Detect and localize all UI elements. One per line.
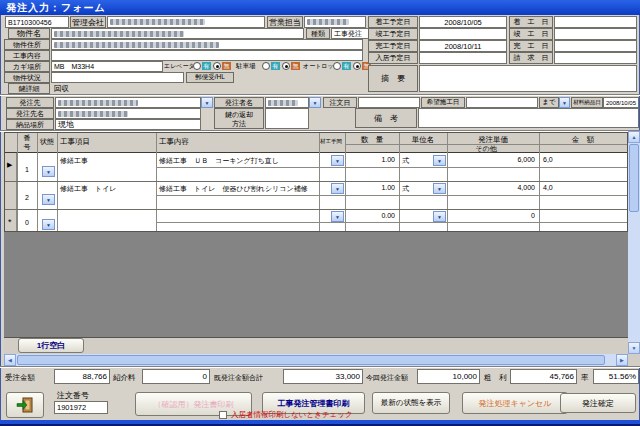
order-id-field[interactable]: B1710300456 bbox=[5, 16, 69, 28]
unit-cell[interactable]: 式 bbox=[402, 156, 409, 166]
key-return-label-line1: 鍵の返却 bbox=[225, 110, 253, 119]
work-item-cell[interactable]: 修繕工事 bbox=[60, 156, 88, 166]
qty-cell[interactable]: 1.00 bbox=[347, 184, 395, 191]
autolock-no-radio[interactable] bbox=[353, 62, 361, 70]
col-header-status: 状態 bbox=[40, 137, 54, 147]
grid-footer-strip bbox=[4, 337, 628, 354]
orderer-dropdown-arrow-icon[interactable]: ▼ bbox=[309, 97, 321, 108]
status-dropdown-arrow-icon[interactable]: ▼ bbox=[42, 194, 55, 205]
unit-price-cell[interactable]: 6,000 bbox=[449, 156, 535, 163]
key-detail-value: 回収 bbox=[54, 84, 69, 94]
col-header-no-2: 号 bbox=[24, 142, 31, 151]
blank-row-button[interactable]: 1行空白 bbox=[18, 338, 84, 353]
summary-field[interactable] bbox=[419, 65, 637, 92]
material-delivery-field[interactable]: 2008/10/05 bbox=[603, 97, 639, 108]
record-separator bbox=[5, 209, 627, 210]
supplier-combo[interactable] bbox=[55, 97, 201, 108]
elevator-no-radio[interactable] bbox=[213, 62, 221, 70]
gross-profit-label: 粗 利 bbox=[484, 373, 507, 383]
parking-yes-radio[interactable] bbox=[262, 62, 270, 70]
scroll-up-icon[interactable]: ▲ bbox=[628, 131, 640, 143]
planned-completion-field[interactable] bbox=[419, 28, 507, 40]
amount-cell[interactable]: 6,0 bbox=[543, 156, 553, 163]
horizontal-scrollbar[interactable]: ◀ ▶ bbox=[4, 354, 628, 366]
show-latest-status-button[interactable]: 最新の状態を表示 bbox=[372, 392, 450, 414]
zaiko-dropdown-arrow-icon[interactable]: ▼ bbox=[331, 211, 344, 222]
autolock-yes-tag: 有 bbox=[342, 62, 351, 70]
parking-no-radio[interactable] bbox=[282, 62, 290, 70]
order-number-field[interactable]: 1901972 bbox=[54, 401, 108, 414]
sales-rep-field[interactable] bbox=[304, 16, 366, 28]
property-status-field[interactable] bbox=[51, 72, 184, 83]
unit-dropdown-arrow-icon[interactable]: ▼ bbox=[433, 183, 446, 194]
current-order-amount-label: 今回発注金額 bbox=[366, 373, 408, 383]
confirm-order-button[interactable]: 発注確定 bbox=[560, 393, 636, 413]
scroll-down-icon[interactable]: ▼ bbox=[628, 342, 640, 354]
scroll-left-icon[interactable]: ◀ bbox=[4, 354, 16, 366]
key-return-label: 鍵の返却 方法 bbox=[214, 108, 264, 129]
resident-info-checkbox[interactable] bbox=[219, 411, 227, 419]
qty-cell[interactable]: 1.00 bbox=[347, 156, 395, 163]
order-date-field[interactable] bbox=[358, 97, 420, 108]
supplier-dropdown-arrow-icon[interactable]: ▼ bbox=[201, 97, 213, 108]
supplier-name-label: 発注先名 bbox=[6, 108, 54, 119]
unit-dropdown-arrow-icon[interactable]: ▼ bbox=[433, 155, 446, 166]
work-detail-cell[interactable]: 修繕工事 ＵＢ コーキング打ち直し bbox=[159, 156, 279, 166]
horizontal-scrollbar-thumb[interactable] bbox=[17, 355, 605, 365]
work-content-field[interactable] bbox=[51, 50, 363, 61]
until-dropdown-arrow-icon[interactable]: ▼ bbox=[559, 97, 570, 108]
billing-date-field[interactable] bbox=[554, 52, 637, 64]
window-titlebar: 発注入力：フォーム bbox=[0, 0, 640, 15]
col-header-no: 番 号 bbox=[17, 133, 37, 153]
unit-price-cell[interactable]: 0 bbox=[449, 212, 535, 219]
actual-completion-field[interactable] bbox=[554, 28, 637, 40]
vertical-scrollbar[interactable]: ▲ ▼ bbox=[628, 131, 640, 354]
key-return-field[interactable] bbox=[265, 108, 309, 129]
work-detail-cell[interactable]: 修繕工事 トイレ 便器ひび割れシリコン補修 bbox=[159, 184, 308, 194]
unit-cell[interactable]: 式 bbox=[402, 184, 409, 194]
desired-date-field[interactable] bbox=[466, 97, 538, 108]
actual-start-field[interactable] bbox=[554, 16, 637, 28]
planned-finish-label: 完工予定日 bbox=[368, 40, 418, 52]
planned-finish-field[interactable]: 2008/10/11 bbox=[419, 40, 507, 52]
actual-finish-label: 完 工 日 bbox=[509, 40, 553, 52]
vertical-scrollbar-thumb[interactable] bbox=[629, 144, 639, 212]
grid-line bbox=[37, 133, 38, 231]
supplier-name-field[interactable] bbox=[55, 108, 201, 119]
work-item-cell[interactable]: 修繕工事 トイレ bbox=[60, 184, 117, 194]
parking-no-tag: 無 bbox=[291, 62, 300, 70]
received-amount-field: 88,766 bbox=[54, 369, 110, 384]
new-record-marker-icon: * bbox=[8, 217, 12, 227]
elevator-yes-radio[interactable] bbox=[193, 62, 201, 70]
amount-cell[interactable]: 4,0 bbox=[543, 184, 553, 191]
planned-start-field[interactable]: 2008/10/05 bbox=[419, 16, 507, 28]
key-location-label: カギ場所 bbox=[4, 61, 50, 72]
management-company-field[interactable] bbox=[107, 16, 265, 28]
status-dropdown-arrow-icon[interactable]: ▼ bbox=[42, 219, 55, 230]
property-status-label: 物件状況 bbox=[4, 72, 50, 83]
cancel-order-button[interactable]: 発注処理キャンセル bbox=[462, 392, 568, 414]
zaiko-dropdown-arrow-icon[interactable]: ▼ bbox=[331, 183, 344, 194]
exit-button[interactable] bbox=[6, 392, 44, 418]
status-dropdown-arrow-icon[interactable]: ▼ bbox=[42, 166, 55, 177]
property-name-field[interactable] bbox=[51, 28, 304, 39]
parking-yes-tag: 有 bbox=[271, 62, 280, 70]
delivery-place-field[interactable]: 現地 bbox=[55, 119, 201, 130]
autolock-yes-radio[interactable] bbox=[333, 62, 341, 70]
elevator-no-tag: 無 bbox=[222, 62, 231, 70]
property-address-field[interactable] bbox=[51, 39, 363, 50]
qty-cell[interactable]: 0.00 bbox=[347, 212, 395, 219]
grid-line bbox=[17, 133, 18, 231]
zaiko-dropdown-arrow-icon[interactable]: ▼ bbox=[331, 155, 344, 166]
desired-date-label: 希望施工日 bbox=[421, 97, 465, 108]
exit-door-icon bbox=[16, 397, 34, 413]
scroll-right-icon[interactable]: ▶ bbox=[616, 354, 628, 366]
key-location-field[interactable]: MB M33H4 bbox=[51, 61, 163, 72]
redacted-text bbox=[110, 19, 205, 25]
unit-price-cell[interactable]: 4,000 bbox=[449, 184, 535, 191]
unit-dropdown-arrow-icon[interactable]: ▼ bbox=[433, 211, 446, 222]
remarks-field[interactable] bbox=[418, 108, 639, 128]
move-in-field[interactable] bbox=[419, 52, 507, 64]
actual-finish-field[interactable] bbox=[554, 40, 637, 52]
orderer-combo[interactable] bbox=[265, 97, 309, 108]
